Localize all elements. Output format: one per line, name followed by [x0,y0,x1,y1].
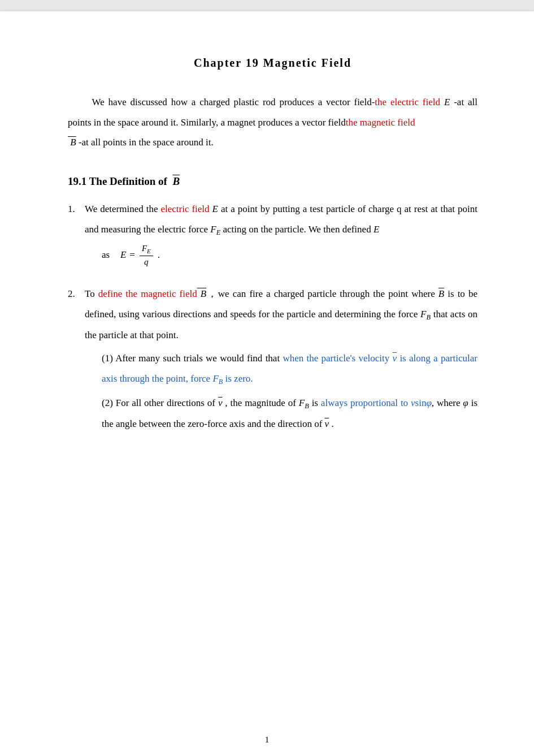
item-2-content: To define the magnetic field B，we can fi… [85,284,477,434]
formula-E-lhs: E [120,245,126,265]
item-2-num: 2. [68,284,85,304]
sub-2-label: (2) For all other directions of v , the … [102,398,321,408]
intro-text-3: -at all points in the space around it. [76,137,214,148]
intro-red-2: the magnetic field [346,117,415,128]
sub-item-2: (2) For all other directions of v , the … [85,393,477,434]
item-2-text-b: ，we can fire a charged particle through … [206,288,439,299]
section-title-text: 19.1 The Definition of [68,175,167,187]
formula-fraction: FE q [140,243,153,268]
item-1-num: 1. [68,199,85,219]
formula-as: as [102,245,117,265]
item-2-B: B [197,288,206,299]
title-text: Chapter 19 Magnetic Field [194,57,351,69]
formula-eq: = [129,245,135,265]
sub-item-1: (1) After many such trials we would find… [85,348,477,390]
item-2-row: 2. To define the magnetic field B，we can… [68,284,477,434]
item-2-text-a: To [85,288,98,299]
item-1: 1. We determined the electric field E at… [68,199,477,268]
section-B: B [172,175,180,187]
item-2: 2. To define the magnetic field B，we can… [68,284,477,434]
intro-text-1: We have discussed how a charged plastic … [92,97,375,107]
chapter-title: Chapter 19 Magnetic Field [68,57,477,70]
formula-numerator: FE [140,243,153,256]
item-2-red: define the magnetic field [98,288,197,299]
formula-period: . [158,245,160,265]
intro-paragraph: We have discussed how a charged plastic … [68,92,477,153]
intro-E: E [440,97,454,107]
sub-2-blue: always proportional to vsinφ [321,398,432,408]
item-1-row: 1. We determined the electric field E at… [68,199,477,268]
section-title: 19.1 The Definition of B [68,175,477,188]
item-1-E2: E [374,224,379,235]
item-1-content: We determined the electric field E at a … [85,199,477,268]
intro-B-vec: B [68,137,76,148]
intro-red-1: the electric field [375,97,440,107]
item-1-text-c: acting on the particle. We then defined [220,224,374,235]
page-num-text: 1 [265,735,270,744]
item-1-E: E [210,204,221,214]
item-1-text-a: We determined the [85,204,160,214]
formula-denominator: q [142,256,151,268]
item-1-F: FE [210,224,220,235]
page-number: 1 [0,735,534,745]
item-2-B2: B [439,288,444,299]
item-1-formula: as E = FE q . [85,243,477,268]
item-2-FB: FB [420,309,431,319]
sub-1-label: (1) After many such trials we would find… [102,353,283,364]
item-1-red: electric field [160,204,209,214]
page: Chapter 19 Magnetic Field We have discus… [0,11,534,756]
